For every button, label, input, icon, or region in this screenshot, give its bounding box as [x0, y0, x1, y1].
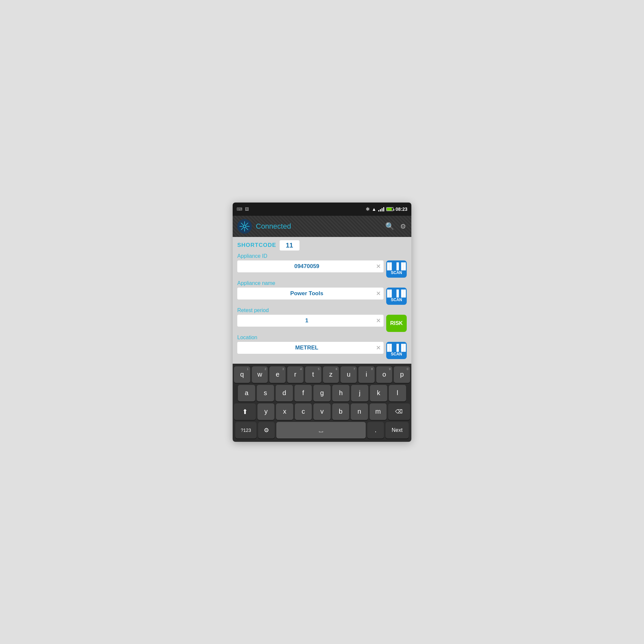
key-a[interactable]: a: [238, 385, 255, 401]
wifi-icon: ▲: [372, 207, 376, 212]
appliance-id-clear-button[interactable]: ✕: [376, 263, 381, 269]
location-row: ✕ ▐▌▐▐▌ SCAN: [237, 342, 407, 359]
search-button[interactable]: 🔍: [385, 221, 395, 231]
barcode-icon: ▐▌▐▐▌: [385, 263, 408, 269]
retest-period-input-wrap: ✕: [237, 315, 384, 327]
location-input-wrap: ✕: [237, 342, 384, 354]
key-b[interactable]: b: [332, 403, 349, 420]
key-r[interactable]: 4r: [287, 366, 303, 383]
shortcode-row: SHORTCODE 11: [237, 240, 407, 251]
status-bar: ⌨ 🖼 ✱ ▲ 08:23: [233, 203, 411, 216]
scan-label-2: SCAN: [391, 298, 402, 302]
shortcode-label: SHORTCODE: [237, 242, 276, 249]
svg-point-10: [244, 225, 245, 227]
appliance-id-input-wrap: ✕: [237, 260, 384, 272]
key-x[interactable]: x: [276, 403, 293, 420]
appliance-id-scan-button[interactable]: ▐▌▐▐▌ SCAN: [386, 260, 407, 278]
time-display: 08:23: [395, 207, 407, 212]
key-o[interactable]: 9o: [376, 366, 392, 383]
appliance-name-input-wrap: ✕: [237, 288, 384, 299]
appliance-name-label: Appliance name: [237, 280, 407, 286]
key-e[interactable]: 3e: [269, 366, 286, 383]
key-k[interactable]: k: [370, 385, 387, 401]
key-w[interactable]: 2w: [252, 366, 268, 383]
shortcode-value: 11: [280, 240, 299, 251]
app-header: Connected 🔍 ⚙: [233, 216, 411, 237]
header-icons: 🔍 ⚙: [385, 221, 407, 231]
key-backspace[interactable]: ⌫: [388, 403, 410, 420]
appliance-name-group: Appliance name ✕ ▐▌▐▐▌ SCAN: [237, 280, 407, 305]
risk-label: RISK: [390, 320, 403, 326]
location-scan-button[interactable]: ▐▌▐▐▌ SCAN: [386, 342, 407, 359]
key-s[interactable]: s: [257, 385, 274, 401]
search-icon: 🔍: [385, 222, 394, 230]
image-status-icon: 🖼: [245, 207, 249, 211]
location-label: Location: [237, 335, 407, 341]
retest-period-group: Retest period ✕ RISK: [237, 307, 407, 332]
key-g[interactable]: g: [313, 385, 331, 401]
key-m[interactable]: m: [370, 403, 387, 420]
barcode-icon-3: ▐▌▐▐▌: [385, 344, 408, 351]
retest-period-input[interactable]: [237, 315, 384, 327]
key-settings[interactable]: ⚙: [258, 422, 275, 438]
risk-button[interactable]: RISK: [386, 315, 407, 332]
barcode-icon-2: ▐▌▐▐▌: [385, 290, 408, 297]
key-y[interactable]: y: [257, 403, 274, 420]
status-right: ✱ ▲ 08:23: [366, 207, 407, 212]
status-left: ⌨ 🖼: [237, 207, 249, 211]
appliance-id-group: Appliance ID ✕ ▐▌▐▐▌ SCAN: [237, 253, 407, 278]
retest-period-label: Retest period: [237, 307, 407, 313]
key-f[interactable]: f: [295, 385, 312, 401]
appliance-name-row: ✕ ▐▌▐▐▌ SCAN: [237, 288, 407, 305]
key-h[interactable]: h: [332, 385, 349, 401]
scan-label-3: SCAN: [391, 352, 402, 356]
appliance-id-label: Appliance ID: [237, 253, 407, 259]
phone-frame: ⌨ 🖼 ✱ ▲ 08:23: [233, 203, 411, 442]
app-logo: [237, 219, 252, 234]
key-j[interactable]: j: [351, 385, 368, 401]
key-u[interactable]: 7u: [341, 366, 357, 383]
settings-icon: ⚙: [400, 223, 406, 230]
key-123[interactable]: ?123: [235, 422, 256, 438]
key-space[interactable]: ⎵: [276, 422, 366, 438]
retest-period-container: ✕: [237, 315, 384, 327]
key-z[interactable]: 6z: [323, 366, 339, 383]
appliance-name-scan-button[interactable]: ▐▌▐▐▌ SCAN: [386, 288, 407, 305]
battery-icon: [386, 207, 393, 211]
appliance-id-input[interactable]: [237, 260, 384, 272]
form-area: SHORTCODE 11 Appliance ID ✕ ▐▌▐▐▌ SCAN: [233, 237, 411, 364]
location-group: Location ✕ ▐▌▐▐▌ SCAN: [237, 335, 407, 359]
appliance-id-container: ✕: [237, 260, 384, 272]
appliance-name-clear-button[interactable]: ✕: [376, 291, 381, 297]
key-v[interactable]: v: [313, 403, 330, 420]
app-title: Connected: [256, 222, 381, 231]
keyboard-row-3: ⬆ y x c v b n m ⌫: [234, 403, 410, 420]
keyboard: 1q 2w 3e 4r 5t 6z 7u 8i 9o 0p a s d f g …: [233, 364, 411, 442]
signal-icon: [378, 207, 384, 211]
key-dot[interactable]: .: [367, 422, 384, 438]
key-i[interactable]: 8i: [358, 366, 375, 383]
key-t[interactable]: 5t: [305, 366, 321, 383]
appliance-name-input[interactable]: [237, 288, 384, 299]
keyboard-status-icon: ⌨: [237, 207, 242, 211]
key-c[interactable]: c: [295, 403, 312, 420]
key-p[interactable]: 0p: [394, 366, 410, 383]
location-clear-button[interactable]: ✕: [376, 345, 381, 351]
key-next[interactable]: Next: [386, 422, 409, 438]
location-container: ✕: [237, 342, 384, 354]
key-l[interactable]: l: [389, 385, 406, 401]
keyboard-row-2: a s d f g h j k l: [234, 385, 410, 401]
key-d[interactable]: d: [276, 385, 293, 401]
settings-button[interactable]: ⚙: [399, 221, 407, 231]
key-shift[interactable]: ⬆: [234, 403, 256, 420]
appliance-id-row: ✕ ▐▌▐▐▌ SCAN: [237, 260, 407, 278]
appliance-name-container: ✕: [237, 288, 384, 299]
location-input[interactable]: [237, 342, 384, 354]
key-q[interactable]: 1q: [234, 366, 250, 383]
key-n[interactable]: n: [351, 403, 368, 420]
retest-period-clear-button[interactable]: ✕: [376, 318, 381, 324]
keyboard-row-1: 1q 2w 3e 4r 5t 6z 7u 8i 9o 0p: [234, 366, 410, 383]
retest-period-row: ✕ RISK: [237, 315, 407, 332]
scan-label-1: SCAN: [391, 270, 402, 275]
logo-svg: [239, 220, 251, 232]
